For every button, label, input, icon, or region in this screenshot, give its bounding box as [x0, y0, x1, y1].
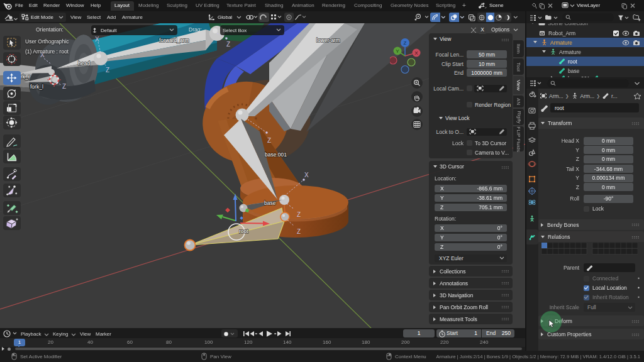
- svg-text:Y: Y: [396, 48, 399, 54]
- svg-text:Z: Z: [62, 83, 66, 90]
- svg-text:root: root: [239, 228, 248, 234]
- svg-text:Z: Z: [267, 137, 271, 144]
- svg-text:forward_arm: forward_arm: [159, 37, 189, 43]
- svg-text:Z: Z: [297, 228, 301, 235]
- svg-text:base.001: base.001: [265, 151, 287, 158]
- svg-text:rk_r: rk_r: [21, 74, 30, 80]
- svg-text:lower-arm: lower-arm: [316, 37, 340, 43]
- svg-text:X: X: [304, 172, 309, 178]
- svg-text:Z: Z: [106, 67, 109, 74]
- svg-text:head: head: [78, 60, 90, 67]
- svg-text:Z: Z: [404, 40, 407, 46]
- svg-text:Z: Z: [226, 41, 230, 48]
- svg-text:Z: Z: [297, 211, 301, 218]
- svg-text:X: X: [95, 36, 99, 43]
- svg-text:X: X: [414, 50, 418, 56]
- svg-text:base: base: [264, 200, 276, 206]
- svg-text:fork_l: fork_l: [30, 84, 43, 90]
